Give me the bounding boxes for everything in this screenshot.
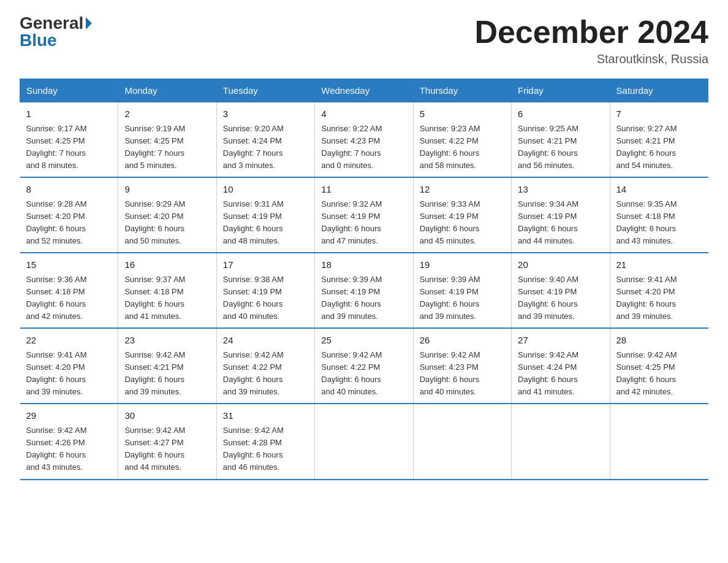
day-info: Sunrise: 9:39 AM Sunset: 4:19 PM Dayligh… [321,274,406,323]
day-number: 24 [223,334,308,348]
day-number: 14 [616,183,702,197]
cell-week2-day2: 10Sunrise: 9:31 AM Sunset: 4:19 PM Dayli… [216,177,314,253]
day-info: Sunrise: 9:42 AM Sunset: 4:22 PM Dayligh… [223,349,308,399]
day-number: 10 [223,183,308,197]
week-row-3: 15Sunrise: 9:36 AM Sunset: 4:18 PM Dayli… [20,253,708,328]
day-number: 2 [124,107,210,121]
day-number: 30 [124,409,210,423]
day-number: 7 [616,107,702,121]
day-info: Sunrise: 9:22 AM Sunset: 4:23 PM Dayligh… [321,123,406,172]
header-saturday: Saturday [610,79,708,102]
header-tuesday: Tuesday [216,79,314,102]
day-number: 4 [321,107,406,121]
cell-week1-day6: 7Sunrise: 9:27 AM Sunset: 4:21 PM Daylig… [610,102,708,178]
day-number: 22 [26,334,112,348]
day-number: 27 [518,334,603,348]
logo-arrow-icon [86,17,92,29]
cell-week1-day4: 5Sunrise: 9:23 AM Sunset: 4:22 PM Daylig… [413,102,511,178]
day-number: 13 [518,183,603,197]
cell-week5-day0: 29Sunrise: 9:42 AM Sunset: 4:26 PM Dayli… [20,404,118,479]
cell-week2-day5: 13Sunrise: 9:34 AM Sunset: 4:19 PM Dayli… [512,177,610,253]
cell-week1-day0: 1Sunrise: 9:17 AM Sunset: 4:25 PM Daylig… [20,102,118,178]
week-row-4: 22Sunrise: 9:41 AM Sunset: 4:20 PM Dayli… [20,328,708,404]
day-info: Sunrise: 9:31 AM Sunset: 4:19 PM Dayligh… [223,198,308,248]
day-number: 12 [420,183,505,197]
day-number: 31 [223,409,308,423]
cell-week1-day1: 2Sunrise: 9:19 AM Sunset: 4:25 PM Daylig… [118,102,216,178]
cell-week3-day2: 17Sunrise: 9:38 AM Sunset: 4:19 PM Dayli… [216,253,314,328]
cell-week4-day4: 26Sunrise: 9:42 AM Sunset: 4:23 PM Dayli… [413,328,511,404]
cell-week5-day6 [610,404,708,479]
day-number: 9 [124,183,210,197]
cell-week2-day4: 12Sunrise: 9:33 AM Sunset: 4:19 PM Dayli… [413,177,511,253]
cell-week3-day1: 16Sunrise: 9:37 AM Sunset: 4:18 PM Dayli… [118,253,216,328]
day-number: 5 [420,107,505,121]
day-info: Sunrise: 9:25 AM Sunset: 4:21 PM Dayligh… [518,123,603,172]
day-number: 16 [124,258,210,272]
day-info: Sunrise: 9:42 AM Sunset: 4:24 PM Dayligh… [518,349,603,399]
day-number: 29 [26,409,112,423]
day-info: Sunrise: 9:42 AM Sunset: 4:28 PM Dayligh… [223,424,308,474]
day-number: 1 [26,107,112,121]
day-info: Sunrise: 9:39 AM Sunset: 4:19 PM Dayligh… [420,274,505,323]
day-info: Sunrise: 9:35 AM Sunset: 4:18 PM Dayligh… [616,198,702,248]
day-info: Sunrise: 9:34 AM Sunset: 4:19 PM Dayligh… [518,198,603,248]
day-info: Sunrise: 9:42 AM Sunset: 4:21 PM Dayligh… [124,349,210,399]
logo-general-text: General [20,15,83,32]
day-info: Sunrise: 9:42 AM Sunset: 4:26 PM Dayligh… [26,424,112,474]
title-section: December 2024 Staroutkinsk, Russia [474,15,708,66]
week-row-2: 8Sunrise: 9:28 AM Sunset: 4:20 PM Daylig… [20,177,708,253]
day-number: 8 [26,183,112,197]
day-number: 26 [420,334,505,348]
cell-week5-day3 [315,404,413,479]
cell-week4-day2: 24Sunrise: 9:42 AM Sunset: 4:22 PM Dayli… [216,328,314,404]
day-info: Sunrise: 9:32 AM Sunset: 4:19 PM Dayligh… [321,198,406,248]
logo-blue-text: Blue [20,31,57,50]
cell-week4-day6: 28Sunrise: 9:42 AM Sunset: 4:25 PM Dayli… [610,328,708,404]
cell-week1-day2: 3Sunrise: 9:20 AM Sunset: 4:24 PM Daylig… [216,102,314,178]
cell-week5-day1: 30Sunrise: 9:42 AM Sunset: 4:27 PM Dayli… [118,404,216,479]
cell-week4-day3: 25Sunrise: 9:42 AM Sunset: 4:22 PM Dayli… [315,328,413,404]
day-number: 28 [616,334,702,348]
day-info: Sunrise: 9:41 AM Sunset: 4:20 PM Dayligh… [616,274,702,323]
day-number: 3 [223,107,308,121]
cell-week3-day6: 21Sunrise: 9:41 AM Sunset: 4:20 PM Dayli… [610,253,708,328]
cell-week2-day3: 11Sunrise: 9:32 AM Sunset: 4:19 PM Dayli… [315,177,413,253]
cell-week4-day0: 22Sunrise: 9:41 AM Sunset: 4:20 PM Dayli… [20,328,118,404]
day-info: Sunrise: 9:40 AM Sunset: 4:19 PM Dayligh… [518,274,603,323]
cell-week4-day1: 23Sunrise: 9:42 AM Sunset: 4:21 PM Dayli… [118,328,216,404]
cell-week3-day3: 18Sunrise: 9:39 AM Sunset: 4:19 PM Dayli… [315,253,413,328]
header-thursday: Thursday [413,79,511,102]
location-text: Staroutkinsk, Russia [474,52,708,66]
calendar-table: SundayMondayTuesdayWednesdayThursdayFrid… [20,79,708,480]
day-info: Sunrise: 9:20 AM Sunset: 4:24 PM Dayligh… [223,123,308,172]
cell-week5-day5 [512,404,610,479]
cell-week3-day0: 15Sunrise: 9:36 AM Sunset: 4:18 PM Dayli… [20,253,118,328]
cell-week1-day5: 6Sunrise: 9:25 AM Sunset: 4:21 PM Daylig… [512,102,610,178]
day-info: Sunrise: 9:42 AM Sunset: 4:25 PM Dayligh… [616,349,702,399]
header-wednesday: Wednesday [315,79,413,102]
cell-week2-day1: 9Sunrise: 9:29 AM Sunset: 4:20 PM Daylig… [118,177,216,253]
day-number: 23 [124,334,210,348]
logo: General Blue [20,15,92,49]
day-info: Sunrise: 9:23 AM Sunset: 4:22 PM Dayligh… [420,123,505,172]
month-title: December 2024 [474,15,708,50]
header-sunday: Sunday [20,79,118,102]
day-info: Sunrise: 9:29 AM Sunset: 4:20 PM Dayligh… [124,198,210,248]
day-number: 25 [321,334,406,348]
page-header: General Blue December 2024 Staroutkinsk,… [20,15,708,66]
cell-week5-day4 [413,404,511,479]
day-info: Sunrise: 9:37 AM Sunset: 4:18 PM Dayligh… [124,274,210,323]
day-number: 17 [223,258,308,272]
day-info: Sunrise: 9:42 AM Sunset: 4:27 PM Dayligh… [124,424,210,474]
week-row-5: 29Sunrise: 9:42 AM Sunset: 4:26 PM Dayli… [20,404,708,479]
cell-week1-day3: 4Sunrise: 9:22 AM Sunset: 4:23 PM Daylig… [315,102,413,178]
day-info: Sunrise: 9:19 AM Sunset: 4:25 PM Dayligh… [124,123,210,172]
header-monday: Monday [118,79,216,102]
cell-week4-day5: 27Sunrise: 9:42 AM Sunset: 4:24 PM Dayli… [512,328,610,404]
cell-week2-day6: 14Sunrise: 9:35 AM Sunset: 4:18 PM Dayli… [610,177,708,253]
day-info: Sunrise: 9:36 AM Sunset: 4:18 PM Dayligh… [26,274,112,323]
day-number: 11 [321,183,406,197]
day-number: 19 [420,258,505,272]
day-number: 6 [518,107,603,121]
